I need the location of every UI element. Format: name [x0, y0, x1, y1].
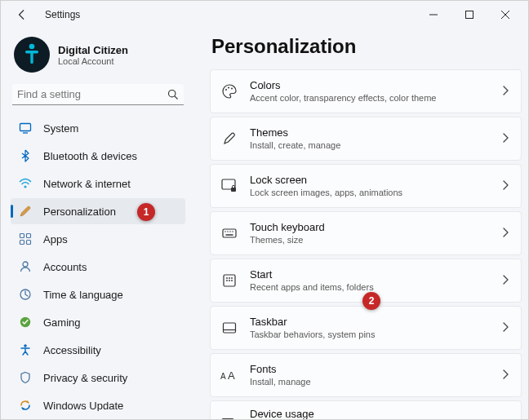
- svg-rect-15: [27, 241, 31, 245]
- time-icon: [19, 288, 32, 301]
- svg-rect-42: [222, 419, 233, 420]
- gaming-icon: [19, 316, 32, 329]
- window-controls: [416, 2, 523, 27]
- setting-label: Lock screen: [250, 174, 501, 187]
- close-button[interactable]: [487, 2, 523, 27]
- setting-sub: Themes, size: [250, 234, 501, 245]
- svg-point-19: [24, 344, 27, 347]
- sidebar-item-personalization[interactable]: Personalization: [11, 198, 185, 224]
- setting-taskbar[interactable]: TaskbarTaskbar behaviors, system pins: [210, 306, 522, 350]
- sidebar-item-label: Privacy & security: [43, 372, 127, 384]
- svg-rect-24: [231, 188, 236, 192]
- personalization-icon: [19, 205, 32, 218]
- chevron-right-icon: [501, 368, 509, 382]
- account-text: Digital Citizen Local Account: [58, 44, 128, 66]
- page-title: Personalization: [211, 35, 522, 58]
- sidebar-item-accessibility[interactable]: Accessibility: [11, 337, 185, 363]
- sidebar-item-privacy[interactable]: Privacy & security: [11, 365, 185, 391]
- svg-point-21: [228, 87, 229, 89]
- account-name: Digital Citizen: [58, 44, 128, 56]
- account-block[interactable]: Digital Citizen Local Account: [14, 37, 182, 73]
- system-icon: [19, 122, 32, 135]
- setting-sub: Taskbar behaviors, system pins: [250, 329, 501, 340]
- sidebar-item-accounts[interactable]: Accounts: [11, 254, 185, 280]
- avatar: [14, 37, 50, 73]
- svg-point-22: [231, 88, 233, 90]
- sidebar-item-bluetooth[interactable]: Bluetooth & devices: [11, 143, 185, 169]
- setting-label: Start: [250, 268, 501, 281]
- sidebar-item-apps[interactable]: Apps: [11, 226, 185, 252]
- start-icon: [220, 272, 238, 290]
- sidebar: Digital Citizen Local Account System Blu…: [1, 29, 195, 419]
- settings-window: Settings Digital Citizen Local Account: [0, 0, 529, 420]
- setting-label: Taskbar: [250, 316, 501, 329]
- search-input[interactable]: [17, 88, 167, 100]
- accessibility-icon: [19, 343, 32, 356]
- apps-icon: [19, 232, 32, 245]
- titlebar: Settings: [1, 1, 528, 29]
- maximize-button[interactable]: [451, 2, 487, 27]
- minimize-button[interactable]: [416, 2, 451, 27]
- sidebar-item-label: Gaming: [43, 316, 81, 329]
- sidebar-item-label: System: [43, 122, 78, 135]
- back-button[interactable]: [12, 5, 32, 24]
- svg-point-20: [225, 89, 227, 91]
- privacy-icon: [19, 371, 32, 384]
- svg-point-35: [226, 280, 228, 281]
- svg-rect-13: [27, 234, 31, 238]
- sidebar-item-update[interactable]: Windows Update: [11, 392, 185, 411]
- svg-rect-9: [20, 124, 31, 131]
- svg-text:A: A: [220, 372, 226, 381]
- svg-point-37: [231, 280, 233, 281]
- setting-sub: Lock screen images, apps, animations: [250, 187, 501, 198]
- chevron-right-icon: [501, 273, 509, 288]
- themes-icon: [220, 130, 238, 148]
- sidebar-item-time[interactable]: Time & language: [11, 281, 185, 307]
- svg-point-33: [229, 277, 230, 279]
- main-panel[interactable]: Personalization ColorsAccent color, tran…: [195, 29, 528, 419]
- svg-rect-6: [30, 51, 33, 64]
- colors-icon: [220, 82, 238, 100]
- sidebar-item-gaming[interactable]: Gaming: [11, 309, 185, 335]
- setting-label: Themes: [250, 126, 501, 139]
- search-icon: [167, 89, 179, 100]
- device-usage-icon: [220, 416, 238, 419]
- setting-label: Touch keyboard: [250, 221, 501, 234]
- setting-label: Fonts: [250, 363, 501, 376]
- svg-rect-12: [20, 234, 24, 238]
- minimize-icon: [429, 11, 438, 19]
- svg-rect-25: [223, 229, 236, 237]
- window-body: Digital Citizen Local Account System Blu…: [1, 29, 528, 419]
- sidebar-item-label: Accessibility: [43, 344, 101, 356]
- setting-lock-screen[interactable]: Lock screenLock screen images, apps, ani…: [210, 164, 522, 208]
- sidebar-item-label: Personalization: [43, 206, 116, 218]
- setting-start[interactable]: StartRecent apps and items, folders: [210, 259, 522, 303]
- sidebar-item-label: Windows Update: [43, 400, 123, 412]
- maximize-icon: [465, 11, 473, 19]
- svg-point-4: [29, 44, 35, 50]
- sidebar-item-system[interactable]: System: [11, 115, 185, 141]
- svg-point-11: [24, 185, 26, 188]
- setting-touch-keyboard[interactable]: Touch keyboardThemes, size: [210, 211, 522, 255]
- setting-sub: Install, create, manage: [250, 139, 501, 151]
- sidebar-item-network[interactable]: Network & internet: [11, 170, 185, 197]
- setting-fonts[interactable]: AA FontsInstall, manage: [210, 353, 522, 397]
- fonts-icon: AA: [220, 366, 238, 384]
- setting-colors[interactable]: ColorsAccent color, transparency effects…: [210, 69, 522, 113]
- search-box[interactable]: [12, 84, 184, 105]
- setting-themes[interactable]: ThemesInstall, create, manage: [210, 117, 522, 161]
- svg-text:A: A: [228, 369, 235, 382]
- svg-point-32: [226, 277, 228, 279]
- svg-rect-1: [466, 11, 473, 19]
- setting-sub: Install, manage: [250, 376, 501, 387]
- back-icon: [16, 9, 28, 20]
- close-icon: [501, 11, 509, 19]
- svg-line-8: [175, 95, 177, 98]
- bluetooth-icon: [19, 149, 32, 162]
- network-icon: [19, 177, 32, 190]
- setting-device-usage[interactable]: Device usageSelect all the ways you plan…: [210, 400, 522, 419]
- svg-point-34: [231, 277, 233, 279]
- window-title: Settings: [45, 9, 80, 20]
- nav-list: System Bluetooth & devices Network & int…: [11, 115, 185, 411]
- update-icon: [19, 399, 32, 411]
